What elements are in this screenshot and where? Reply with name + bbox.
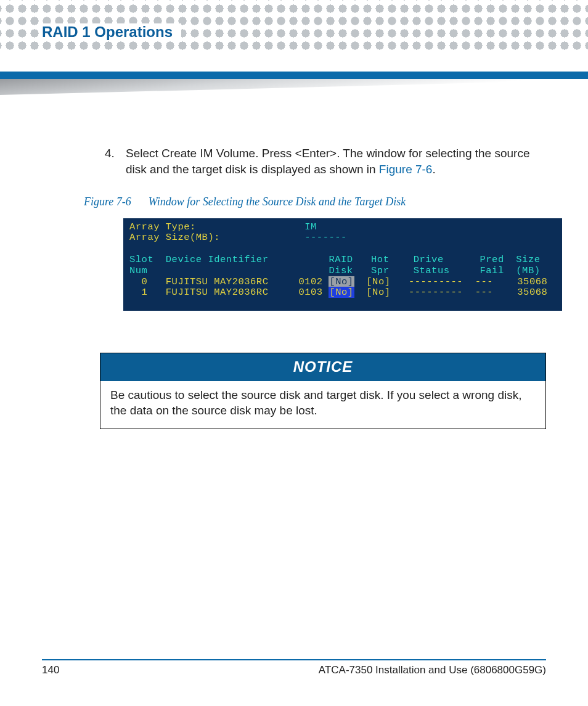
step-item: 4. Select Create IM Volume. Press <Enter…	[105, 146, 546, 177]
term-row0-post: [No] --------- --- 35068	[354, 276, 548, 287]
term-header-b: Num Disk Spr Status Fail (MB)	[129, 265, 541, 276]
section-heading: RAID 1 Operations	[42, 23, 181, 41]
figure-ref-link[interactable]: Figure 7-6	[379, 163, 433, 176]
step-number: 4.	[105, 146, 118, 177]
step-text: Select Create IM Volume. Press <Enter>. …	[126, 146, 546, 177]
page-number: 140	[42, 664, 59, 676]
doc-title: ATCA-7350 Installation and Use (6806800G…	[319, 664, 546, 676]
term-row1-raiddisk: [No]	[329, 287, 354, 298]
notice-body: Be cautious to select the source disk an…	[100, 381, 545, 429]
step-text-before: Select Create IM Volume. Press <Enter>. …	[126, 147, 529, 176]
separator-bar	[0, 72, 588, 79]
notice-title: NOTICE	[100, 353, 545, 380]
notice-box: NOTICE Be cautious to select the source …	[100, 353, 546, 429]
figure-caption: Figure 7-6Window for Selecting the Sourc…	[84, 194, 546, 209]
term-row1-post: [No] --------- --- 35068	[354, 287, 548, 298]
term-row0-pre: 0 FUJITSU MAY2036RC 0102	[129, 276, 329, 287]
term-row0-raiddisk: [No]	[329, 276, 354, 287]
figure-label: Figure 7-6	[84, 195, 131, 208]
term-line1-label: Array Type:	[129, 221, 196, 232]
step-text-after: .	[432, 163, 435, 176]
page-footer: 140 ATCA-7350 Installation and Use (6806…	[42, 659, 546, 676]
footer-rule	[42, 659, 546, 660]
figure-title: Window for Selecting the Source Disk and…	[149, 195, 406, 208]
term-row1-pre: 1 FUJITSU MAY2036RC 0103	[129, 287, 329, 298]
term-line2-label: Array Size(MB):	[129, 232, 220, 243]
bios-terminal-figure: Array Type: IM Array Size(MB): ------- S…	[123, 218, 562, 311]
term-header-a: Slot Device Identifier RAID Hot Drive Pr…	[129, 254, 541, 265]
term-line2-value: -------	[304, 232, 347, 243]
term-line1-value: IM	[304, 221, 317, 232]
separator-shadow	[0, 79, 588, 95]
